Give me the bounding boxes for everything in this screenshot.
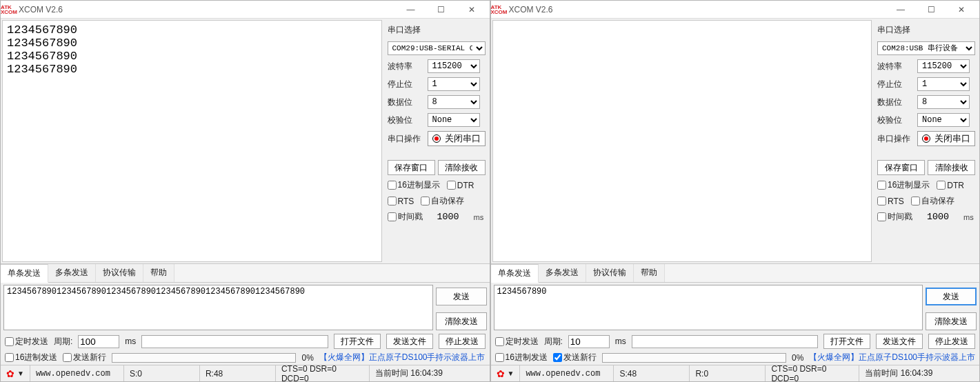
website-link[interactable]: www.openedv.com xyxy=(36,369,110,379)
databits-select[interactable]: 8 xyxy=(428,95,480,109)
status-sent: S:48 xyxy=(614,365,690,381)
port-op-label: 串口操作 xyxy=(877,133,913,145)
clear-send-button[interactable]: 清除发送 xyxy=(436,312,487,330)
timestamp-interval-input[interactable] xyxy=(430,211,467,223)
app-icon: ATKXCOM xyxy=(3,4,14,15)
close-button[interactable]: ✕ xyxy=(457,2,487,17)
dropdown-icon[interactable]: ▼ xyxy=(17,370,24,377)
record-icon xyxy=(922,134,930,143)
tab-single-send[interactable]: 单条发送 xyxy=(1,264,48,283)
maximize-button[interactable]: ☐ xyxy=(916,2,946,17)
minimize-button[interactable]: — xyxy=(886,2,916,17)
statusbar: ✿▼ www.openedv.com S:48 R:0 CTS=0 DSR=0 … xyxy=(491,365,980,381)
port-select[interactable]: COM29:USB-SERIAL CH34 xyxy=(388,41,486,55)
stop-send-button[interactable]: 停止发送 xyxy=(928,334,975,349)
terminal-output[interactable] xyxy=(492,20,872,262)
tab-multi-send[interactable]: 多条发送 xyxy=(539,264,586,282)
ad-link[interactable]: 【火爆全网】正点原子DS100手持示波器上市 xyxy=(809,352,975,363)
period-unit: ms xyxy=(615,336,626,346)
stop-send-button[interactable]: 停止发送 xyxy=(439,334,486,349)
timed-send-checkbox[interactable]: 定时发送 xyxy=(495,336,539,348)
newline-cb-1 xyxy=(553,353,562,362)
file-path-input[interactable] xyxy=(632,335,818,348)
close-button[interactable]: ✕ xyxy=(946,2,977,17)
send-input[interactable]: 1234567890123456789012345678901234567890… xyxy=(3,285,433,330)
send-button[interactable]: 发送 xyxy=(436,288,487,305)
parity-select[interactable]: None xyxy=(428,113,480,127)
file-path-input[interactable] xyxy=(141,335,328,348)
tab-protocol[interactable]: 协议传输 xyxy=(586,264,634,282)
status-received: R:48 xyxy=(200,365,276,381)
tab-multi-send[interactable]: 多条发送 xyxy=(48,264,96,282)
databits-label: 数据位 xyxy=(388,97,423,108)
maximize-button[interactable]: ☐ xyxy=(426,2,457,17)
send-newline-checkbox[interactable]: 发送新行 xyxy=(553,352,597,363)
hex-display-checkbox[interactable]: 16进制显示 xyxy=(877,179,930,191)
gear-icon[interactable]: ✿ xyxy=(6,368,14,379)
send-input[interactable]: 1234567890 xyxy=(494,285,923,330)
save-window-button[interactable]: 保存窗口 xyxy=(388,160,435,175)
tab-help[interactable]: 帮助 xyxy=(143,264,174,282)
gear-icon[interactable]: ✿ xyxy=(497,368,505,379)
toggle-port-label: 关闭串口 xyxy=(934,132,970,145)
stopbits-select[interactable]: 1 xyxy=(428,77,480,91)
tab-help[interactable]: 帮助 xyxy=(634,264,665,282)
hex-send-checkbox[interactable]: 16进制发送 xyxy=(5,352,57,363)
hex-send-checkbox[interactable]: 16进制发送 xyxy=(495,352,548,363)
stopbits-select[interactable]: 1 xyxy=(917,77,970,91)
terminal-output[interactable]: 1234567890 1234567890 1234567890 1234567… xyxy=(2,20,382,262)
dtr-checkbox[interactable]: DTR xyxy=(447,181,474,190)
parity-select[interactable]: None xyxy=(917,113,970,127)
send-file-button[interactable]: 发送文件 xyxy=(876,334,923,349)
minimize-button[interactable]: — xyxy=(396,2,426,17)
progress-percent: 0% xyxy=(792,353,803,363)
open-file-button[interactable]: 打开文件 xyxy=(823,334,870,349)
send-button[interactable]: 发送 xyxy=(926,288,977,305)
port-select[interactable]: COM28:USB 串行设备 xyxy=(877,41,975,55)
period-label: 周期: xyxy=(544,336,563,348)
hex-display-checkbox[interactable]: 16进制显示 xyxy=(388,179,440,191)
dropdown-icon[interactable]: ▼ xyxy=(508,370,514,377)
send-file-button[interactable]: 发送文件 xyxy=(386,334,433,349)
stopbits-label: 停止位 xyxy=(388,79,423,90)
baud-label: 波特率 xyxy=(877,61,913,72)
website-link[interactable]: www.openedv.com xyxy=(526,369,600,379)
toggle-port-label: 关闭串口 xyxy=(445,132,481,145)
rts-checkbox[interactable]: RTS xyxy=(388,197,414,206)
baud-label: 波特率 xyxy=(388,61,423,72)
send-progress xyxy=(602,353,786,363)
save-window-button[interactable]: 保存窗口 xyxy=(877,160,925,175)
timestamp-checkbox[interactable]: 时间戳 xyxy=(877,211,912,223)
status-time: 当前时间 16:04:39 xyxy=(859,365,979,381)
status-sent: S:0 xyxy=(124,365,200,381)
serial-config-panel: 串口选择 COM28:USB 串行设备 波特率115200 停止位1 数据位8 … xyxy=(873,19,979,263)
clear-receive-button[interactable]: 清除接收 xyxy=(438,160,486,175)
tab-protocol[interactable]: 协议传输 xyxy=(96,264,143,282)
baud-select[interactable]: 115200 xyxy=(428,59,480,73)
parity-label: 校验位 xyxy=(877,114,913,126)
autosave-checkbox[interactable]: 自动保存 xyxy=(911,195,954,207)
status-ctsdsr: CTS=0 DSR=0 DCD=0 xyxy=(766,365,859,381)
timestamp-checkbox[interactable]: 时间戳 xyxy=(388,211,423,223)
period-input[interactable] xyxy=(78,335,119,348)
toggle-port-button[interactable]: 关闭串口 xyxy=(917,131,975,146)
send-progress xyxy=(112,353,296,363)
timestamp-interval-input[interactable] xyxy=(919,211,957,223)
rts-checkbox[interactable]: RTS xyxy=(877,197,904,206)
timestamp-unit: ms xyxy=(963,213,974,221)
period-input[interactable] xyxy=(568,335,610,348)
app-icon: ATKXCOM xyxy=(494,4,505,15)
dtr-checkbox[interactable]: DTR xyxy=(937,181,964,190)
titlebar: ATKXCOM XCOM V2.6 — ☐ ✕ xyxy=(491,1,980,19)
tab-single-send[interactable]: 单条发送 xyxy=(491,264,539,283)
toggle-port-button[interactable]: 关闭串口 xyxy=(428,131,486,146)
timed-send-checkbox[interactable]: 定时发送 xyxy=(5,336,48,348)
databits-select[interactable]: 8 xyxy=(917,95,970,109)
ad-link[interactable]: 【火爆全网】正点原子DS100手持示波器上市 xyxy=(319,352,486,363)
baud-select[interactable]: 115200 xyxy=(917,59,970,73)
clear-receive-button[interactable]: 清除接收 xyxy=(928,160,975,175)
open-file-button[interactable]: 打开文件 xyxy=(334,334,381,349)
send-newline-checkbox[interactable]: 发送新行 xyxy=(63,352,106,363)
autosave-checkbox[interactable]: 自动保存 xyxy=(421,195,464,207)
clear-send-button[interactable]: 清除发送 xyxy=(926,312,977,330)
